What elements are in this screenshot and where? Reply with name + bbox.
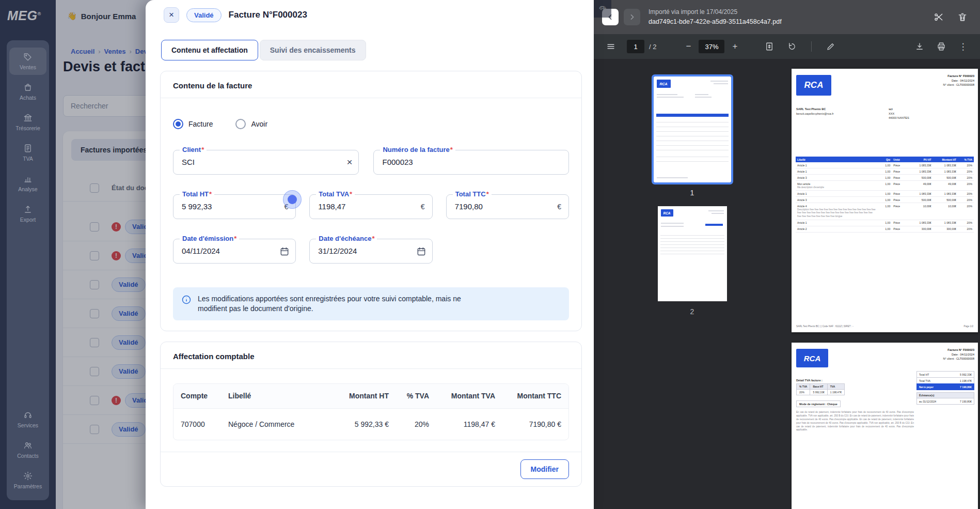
delete-document-button[interactable] bbox=[953, 8, 972, 26]
content-card: Contenu de la facture Facture Avoir Clie… bbox=[160, 71, 582, 331]
sidebar-toggle-button[interactable] bbox=[602, 38, 620, 55]
client-field-label: Client bbox=[182, 146, 201, 153]
thumbnail-page-2[interactable]: RCA bbox=[658, 206, 727, 301]
calendar-icon[interactable] bbox=[279, 246, 290, 256]
zoom-controls: − 37% + bbox=[682, 40, 741, 53]
page-number-input[interactable]: 1 bbox=[627, 40, 644, 53]
issue-date-label: Date d'émission bbox=[182, 235, 233, 242]
annotate-button[interactable] bbox=[822, 38, 840, 55]
total-ttc-field[interactable]: Total TTC* 7190,80 € bbox=[446, 194, 569, 219]
sidebar-item-ventes[interactable]: Ventes bbox=[9, 48, 46, 75]
clear-client-button[interactable] bbox=[346, 150, 352, 174]
close-button[interactable] bbox=[164, 7, 179, 23]
chevron-separator-icon bbox=[98, 48, 100, 55]
row-checkbox[interactable] bbox=[90, 396, 99, 405]
split-document-button[interactable] bbox=[929, 8, 948, 26]
radio-option-avoir[interactable]: Avoir bbox=[235, 119, 267, 129]
sidebar-item-parametres[interactable]: Paramètres bbox=[9, 467, 46, 494]
pdf-page-2: RCA Facture N° F000023 Date : 04/11/2024… bbox=[792, 343, 978, 509]
status-badge: Validé bbox=[112, 277, 146, 292]
select-all-checkbox[interactable] bbox=[90, 183, 99, 193]
shopping-bag-icon bbox=[23, 83, 33, 92]
allocation-table-header: Compte Libellé Montant HT % TVA Montant … bbox=[173, 384, 568, 409]
issue-date-field[interactable]: Date d'émission* 04/11/2024 bbox=[173, 239, 296, 264]
column-header-montant-ht: Montant HT bbox=[328, 392, 389, 400]
row-checkbox[interactable] bbox=[90, 309, 99, 318]
due-amount: 7 190,80€ bbox=[960, 400, 972, 403]
radio-option-facture[interactable]: Facture bbox=[173, 119, 213, 129]
zoom-in-button[interactable]: + bbox=[729, 41, 741, 52]
invoice-number-field[interactable]: Numéro de la facture* F000023 bbox=[373, 150, 569, 175]
more-options-button[interactable] bbox=[954, 38, 972, 55]
inv-col-pu: PU HT bbox=[910, 157, 933, 162]
zoom-level-input[interactable]: 37% bbox=[699, 40, 724, 53]
status-badge: Validé bbox=[112, 335, 146, 350]
invoice-row: Article 11,00Pièce1 083,33€1 083,33€20% bbox=[796, 220, 974, 226]
breadcrumb-accueil[interactable]: Accueil bbox=[71, 48, 94, 55]
download-button[interactable] bbox=[911, 38, 928, 55]
zoom-out-button[interactable]: − bbox=[682, 41, 694, 52]
greeting-text: Bonjour Emma bbox=[81, 12, 136, 21]
edit-button[interactable]: Modifier bbox=[520, 459, 569, 479]
row-checkbox[interactable] bbox=[90, 367, 99, 376]
invoice-row: Article 11,00Pièce1 083,33€1 083,33€20% bbox=[796, 162, 974, 168]
modal-title: Facture N°F000023 bbox=[229, 10, 307, 20]
radio-facture-icon[interactable] bbox=[173, 119, 183, 129]
tab-suivi-des-encaissements[interactable]: Suivi des encaissements bbox=[260, 40, 366, 60]
thumbnail-page-1[interactable]: RCA bbox=[654, 76, 731, 182]
status-badge: Validé bbox=[186, 8, 222, 22]
inv-col-montant: Montant HT bbox=[933, 157, 958, 162]
rotate-button[interactable] bbox=[783, 38, 801, 55]
required-asterisk: * bbox=[209, 190, 212, 198]
total-ht-field[interactable]: Total HT* 5 992,33 € bbox=[173, 194, 296, 219]
radio-avoir-icon[interactable] bbox=[235, 119, 246, 129]
modal-tabs: Contenu et affectation Suivi des encaiss… bbox=[146, 23, 594, 60]
pdf-page-1: RCA Facture N° F000023 Date : 04/11/2024… bbox=[792, 69, 978, 332]
cell-pct-tva: 20% bbox=[389, 420, 429, 428]
sidebar-item-export[interactable]: Export bbox=[9, 200, 46, 227]
allocation-table-wrap: Compte Libellé Montant HT % TVA Montant … bbox=[161, 369, 581, 440]
sidebar: Ventes Achats Trésorerie TVA Analyse Exp… bbox=[7, 40, 49, 500]
modal-header: Validé Facture N°F000023 bbox=[146, 0, 594, 23]
client-field[interactable]: Client* SCI bbox=[173, 150, 359, 175]
bank-icon bbox=[23, 113, 33, 122]
pdf-toolbar: 1 / 2 − 37% + ↶ ↷ bbox=[594, 34, 980, 59]
sidebar-item-label: Trésorerie bbox=[15, 125, 40, 131]
row-checkbox[interactable] bbox=[90, 280, 99, 289]
registered-mark: ® bbox=[37, 11, 41, 17]
status-badge: Validé bbox=[112, 422, 146, 437]
print-button[interactable] bbox=[932, 38, 950, 55]
row-checkbox[interactable] bbox=[90, 338, 99, 347]
row-checkbox[interactable] bbox=[90, 222, 99, 232]
sidebar-item-services[interactable]: Services bbox=[9, 406, 46, 433]
calendar-icon[interactable] bbox=[416, 246, 426, 256]
total-tva-field[interactable]: Total TVA* 1198,47 € bbox=[309, 194, 432, 219]
sidebar-item-label: Export bbox=[20, 217, 36, 223]
sidebar-item-analyse[interactable]: Analyse bbox=[9, 169, 46, 197]
chevron-right-icon bbox=[628, 13, 636, 21]
net-a-payer-row: Net à payer7 190,80€ bbox=[916, 383, 974, 390]
sidebar-item-achats[interactable]: Achats bbox=[9, 78, 46, 105]
prev-document-button[interactable] bbox=[602, 9, 619, 25]
sidebar-item-tva[interactable]: TVA bbox=[9, 139, 46, 166]
required-asterisk: * bbox=[450, 146, 453, 153]
due-date-field[interactable]: Date d'échéance* 31/12/2024 bbox=[309, 239, 432, 264]
required-asterisk: * bbox=[350, 190, 352, 198]
radio-avoir-label: Avoir bbox=[251, 120, 267, 128]
fit-page-button[interactable] bbox=[761, 38, 778, 55]
next-document-button[interactable] bbox=[624, 9, 640, 25]
row-checkbox[interactable] bbox=[90, 251, 99, 260]
breadcrumb-ventes[interactable]: Ventes bbox=[104, 48, 126, 55]
sidebar-item-label: Contacts bbox=[17, 453, 38, 459]
tva-detail-title: Détail TVA facture : bbox=[796, 379, 845, 382]
row-checkbox[interactable] bbox=[90, 425, 99, 434]
sidebar-item-contacts[interactable]: Contacts bbox=[9, 436, 46, 464]
invoice-meta: Facture N° F000023 Date : 04/11/2024 N° … bbox=[943, 348, 974, 361]
sidebar-item-tresorerie[interactable]: Trésorerie bbox=[9, 109, 46, 136]
tab-contenu-et-affectation[interactable]: Contenu et affectation bbox=[161, 40, 258, 60]
view-tools: ↶ ↷ bbox=[761, 38, 840, 55]
info-banner: Les modifications apportées sont enregis… bbox=[173, 287, 569, 320]
invoice-row: Article 31,00Pièce500,00€500,00€20% bbox=[796, 175, 974, 181]
kebab-menu-icon bbox=[959, 41, 968, 52]
tab-factures-importees[interactable]: Factures importées bbox=[71, 139, 156, 161]
